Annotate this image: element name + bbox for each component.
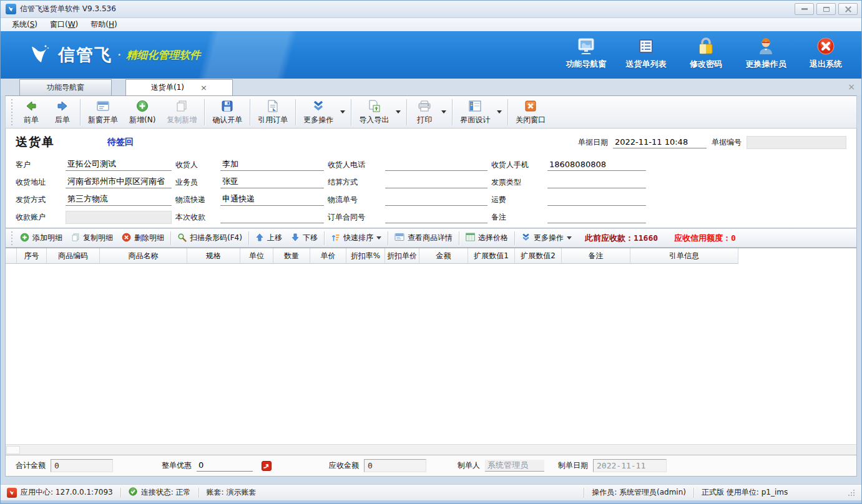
maximize-icon bbox=[823, 7, 830, 12]
tab-close-icon[interactable]: × bbox=[200, 84, 207, 92]
move-up-button[interactable]: 上移 bbox=[251, 230, 287, 246]
banner-action-switch-operator[interactable]: 更换操作员 bbox=[739, 36, 793, 74]
print-dropdown-icon[interactable] bbox=[441, 110, 446, 114]
document-title: 送货单 bbox=[16, 134, 55, 150]
import-export-button[interactable]: 导入导出 bbox=[353, 97, 394, 127]
grid-body-empty[interactable] bbox=[6, 264, 856, 444]
field-label-payment-now: 本次收款 bbox=[175, 212, 217, 223]
grid-col-spec[interactable]: 规格 bbox=[187, 248, 240, 264]
detail-more-actions-button[interactable]: 更多操作 bbox=[517, 230, 576, 246]
banner-action-nav[interactable]: 功能导航窗 bbox=[559, 36, 613, 74]
consignee-mobile-input[interactable] bbox=[547, 159, 646, 171]
copy-detail-button[interactable]: 复制明细 bbox=[67, 230, 117, 246]
doc-date-input[interactable] bbox=[613, 137, 707, 148]
grid-col-amount[interactable]: 金额 bbox=[419, 248, 468, 264]
close-window-icon bbox=[525, 99, 536, 113]
resize-grip-icon[interactable] bbox=[848, 489, 855, 498]
logistics-input[interactable] bbox=[220, 194, 324, 206]
close-button[interactable] bbox=[838, 3, 858, 15]
grid-col-discount-rate[interactable]: 折扣率% bbox=[346, 248, 385, 264]
next-order-button[interactable]: 后单 bbox=[47, 97, 78, 127]
menu-help[interactable]: 帮助(H) bbox=[84, 18, 123, 31]
quick-sort-dropdown-icon bbox=[376, 236, 381, 240]
grid-col-unit[interactable]: 单位 bbox=[240, 248, 273, 264]
grid-col-ref-info[interactable]: 引单信息 bbox=[630, 248, 738, 264]
add-detail-button[interactable]: 添加明细 bbox=[16, 230, 67, 246]
toolbar-grip[interactable] bbox=[11, 99, 13, 125]
banner-action-exit[interactable]: 退出系统 bbox=[799, 36, 853, 74]
consignee-input[interactable] bbox=[220, 159, 324, 171]
grid-col-ext1[interactable]: 扩展数值1 bbox=[468, 248, 515, 264]
printer-icon bbox=[418, 99, 431, 113]
address-input[interactable] bbox=[66, 177, 172, 188]
tab-nav-window[interactable]: 功能导航窗 bbox=[19, 79, 112, 95]
grid-col-ext2[interactable]: 扩展数值2 bbox=[515, 248, 562, 264]
grid-col-discount-price[interactable]: 折扣单价 bbox=[385, 248, 419, 264]
more-actions-button[interactable]: 更多操作 bbox=[298, 97, 339, 127]
tracking-no-input[interactable] bbox=[385, 194, 487, 206]
import-export-dropdown-icon[interactable] bbox=[396, 110, 401, 114]
quick-sort-button[interactable]: 快速排序 bbox=[326, 230, 386, 246]
order-discount-input[interactable] bbox=[197, 460, 253, 472]
discount-edit-icon[interactable] bbox=[262, 461, 272, 471]
more-actions-dropdown-icon[interactable] bbox=[340, 110, 345, 114]
menu-window[interactable]: 窗口(W) bbox=[44, 18, 84, 31]
close-tab-window-button[interactable]: 关闭窗口 bbox=[510, 97, 551, 127]
tab-delivery-order[interactable]: 送货单(1) × bbox=[125, 79, 233, 95]
tabstrip-close-icon[interactable]: × bbox=[848, 82, 855, 91]
toolbar-separator bbox=[204, 99, 205, 125]
customer-input[interactable] bbox=[66, 159, 172, 171]
field-label-customer: 客户 bbox=[16, 160, 62, 170]
grid-col-remark[interactable]: 备注 bbox=[562, 248, 630, 264]
print-button[interactable]: 打印 bbox=[409, 97, 440, 127]
payment-account-input[interactable] bbox=[66, 211, 172, 224]
new-window-order-button[interactable]: 新窗开单 bbox=[82, 97, 124, 127]
maximize-button[interactable] bbox=[816, 3, 836, 15]
minimize-button[interactable] bbox=[795, 3, 814, 15]
grid-col-price[interactable]: 单价 bbox=[310, 248, 346, 264]
move-down-button[interactable]: 下移 bbox=[287, 230, 322, 246]
toolbar-separator bbox=[507, 99, 508, 125]
delete-circle-icon bbox=[122, 233, 131, 244]
consignee-phone-input[interactable] bbox=[385, 159, 487, 171]
delete-detail-button[interactable]: 删除明细 bbox=[117, 230, 169, 246]
banner-action-change-password[interactable]: 修改密码 bbox=[679, 36, 733, 74]
total-amount-label: 合计金额 bbox=[16, 460, 46, 471]
grid-col-product-code[interactable]: 商品编码 bbox=[47, 248, 100, 264]
contract-no-input[interactable] bbox=[385, 211, 487, 223]
detail-toolbar-grip[interactable] bbox=[11, 231, 13, 245]
doc-number-input[interactable] bbox=[747, 136, 846, 149]
confirm-order-button[interactable]: 确认开单 bbox=[207, 97, 248, 127]
grid-col-qty[interactable]: 数量 bbox=[273, 248, 310, 264]
ui-design-dropdown-icon[interactable] bbox=[497, 110, 502, 114]
new-order-button[interactable]: 新增(N) bbox=[124, 97, 161, 127]
banner-action-order-list[interactable]: 送货单列表 bbox=[619, 36, 673, 74]
grid-horizontal-scrollbar[interactable] bbox=[6, 444, 856, 455]
field-label-payment-account: 收款账户 bbox=[16, 212, 62, 223]
menu-system[interactable]: 系统(S) bbox=[6, 18, 44, 31]
status-app-center: 应用中心: 127.0.0.1:7093 bbox=[6, 487, 120, 498]
reference-order-button[interactable]: 引用订单 bbox=[252, 97, 293, 127]
settlement-input[interactable] bbox=[385, 177, 487, 188]
select-price-button[interactable]: 选择价格 bbox=[461, 230, 512, 246]
grid-col-seq[interactable]: 序号 bbox=[17, 248, 47, 264]
toolbar-separator bbox=[351, 99, 351, 125]
payment-now-input[interactable] bbox=[220, 211, 324, 223]
arrow-down-icon bbox=[291, 233, 300, 244]
copy-new-button[interactable]: 复制新增 bbox=[161, 97, 202, 127]
freight-input[interactable] bbox=[547, 194, 646, 206]
ship-method-input[interactable] bbox=[66, 194, 172, 206]
grid-col-product-name[interactable]: 商品名称 bbox=[100, 248, 187, 264]
view-product-detail-button[interactable]: 查看商品详情 bbox=[390, 230, 457, 246]
status-edition: 正式版 使用单位: p1_ims bbox=[694, 487, 844, 498]
import-export-icon bbox=[368, 99, 380, 113]
toolbar-separator bbox=[452, 99, 453, 125]
scan-barcode-button[interactable]: 扫描条形码(F4) bbox=[173, 230, 247, 246]
invoice-type-input[interactable] bbox=[547, 177, 646, 188]
credit-limit-text: 应收信用额度：0 bbox=[674, 233, 736, 244]
ui-design-button[interactable]: 界面设计 bbox=[454, 97, 496, 127]
scrollbar-thumb[interactable] bbox=[6, 446, 20, 454]
remark-input[interactable] bbox=[547, 211, 646, 223]
prev-order-button[interactable]: 前单 bbox=[16, 97, 47, 127]
salesman-input[interactable] bbox=[220, 177, 324, 188]
